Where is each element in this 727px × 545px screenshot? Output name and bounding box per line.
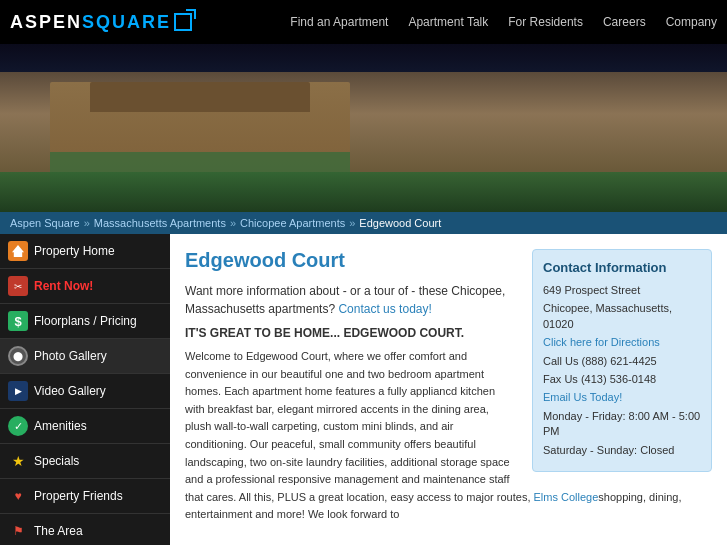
contact-directions: Click here for Directions <box>543 335 701 350</box>
sidebar-item-floorplans[interactable]: $ Floorplans / Pricing <box>0 304 170 339</box>
contact-city: Chicopee, Massachusetts, 01020 <box>543 301 701 332</box>
nav-for-residents[interactable]: For Residents <box>508 15 583 29</box>
sidebar-item-rent-now[interactable]: ✂ Rent Now! <box>0 269 170 304</box>
sidebar-label-specials: Specials <box>34 454 79 468</box>
specials-icon: ★ <box>8 451 28 471</box>
sidebar-label-floorplans: Floorplans / Pricing <box>34 314 137 328</box>
sidebar-label-photo-gallery: Photo Gallery <box>34 349 107 363</box>
contact-hours-weekday: Monday - Friday: 8:00 AM - 5:00 PM <box>543 409 701 440</box>
home-icon <box>8 241 28 261</box>
hero-building <box>0 72 727 212</box>
floor-icon: $ <box>8 311 28 331</box>
sidebar: Property Home ✂ Rent Now! $ Floorplans /… <box>0 234 170 545</box>
sidebar-item-photo-gallery[interactable]: ⬤ Photo Gallery <box>0 339 170 374</box>
main-layout: Property Home ✂ Rent Now! $ Floorplans /… <box>0 234 727 545</box>
sidebar-label-amenities: Amenities <box>34 419 87 433</box>
logo-aspen: ASPEN <box>10 12 82 33</box>
area-icon: ⚑ <box>8 521 28 541</box>
sidebar-item-amenities[interactable]: ✓ Amenities <box>0 409 170 444</box>
friends-icon: ♥ <box>8 486 28 506</box>
header: ASPENSQUARE Find an Apartment Apartment … <box>0 0 727 44</box>
content-area: Contact Information 649 Prospect Street … <box>170 234 727 545</box>
sidebar-label-the-area: The Area <box>34 524 83 538</box>
logo: ASPENSQUARE <box>10 12 192 33</box>
logo-square: SQUARE <box>82 12 171 33</box>
contact-us-link[interactable]: Contact us today! <box>338 302 431 316</box>
amenities-icon: ✓ <box>8 416 28 436</box>
sidebar-label-video-gallery: Video Gallery <box>34 384 106 398</box>
breadcrumb-sep-3: » <box>349 217 355 229</box>
elms-college-link[interactable]: Elms College <box>534 491 599 503</box>
sidebar-label-rent-now: Rent Now! <box>34 279 93 293</box>
breadcrumb-sep-2: » <box>230 217 236 229</box>
breadcrumb: Aspen Square » Massachusetts Apartments … <box>0 212 727 234</box>
contact-address: 649 Prospect Street <box>543 283 701 298</box>
breadcrumb-chicopee[interactable]: Chicopee Apartments <box>240 217 345 229</box>
rent-icon: ✂ <box>8 276 28 296</box>
sidebar-label-property-home: Property Home <box>34 244 115 258</box>
contact-fax: Fax Us (413) 536-0148 <box>543 372 701 387</box>
video-icon: ▶ <box>8 381 28 401</box>
nav-find-apartment[interactable]: Find an Apartment <box>290 15 388 29</box>
logo-icon <box>174 13 192 31</box>
contact-title: Contact Information <box>543 260 701 275</box>
breadcrumb-aspen-square[interactable]: Aspen Square <box>10 217 80 229</box>
sidebar-item-property-home[interactable]: Property Home <box>0 234 170 269</box>
sidebar-item-specials[interactable]: ★ Specials <box>0 444 170 479</box>
contact-call: Call Us (888) 621-4425 <box>543 354 701 369</box>
breadcrumb-sep-1: » <box>84 217 90 229</box>
sidebar-item-property-friends[interactable]: ♥ Property Friends <box>0 479 170 514</box>
nav-company[interactable]: Company <box>666 15 717 29</box>
sidebar-item-the-area[interactable]: ⚑ The Area <box>0 514 170 545</box>
hero-image <box>0 44 727 212</box>
breadcrumb-current: Edgewood Court <box>359 217 441 229</box>
email-link[interactable]: Email Us Today! <box>543 391 622 403</box>
sidebar-item-video-gallery[interactable]: ▶ Video Gallery <box>0 374 170 409</box>
contact-email: Email Us Today! <box>543 390 701 405</box>
nav-apartment-talk[interactable]: Apartment Talk <box>408 15 488 29</box>
contact-box: Contact Information 649 Prospect Street … <box>532 249 712 472</box>
directions-link[interactable]: Click here for Directions <box>543 336 660 348</box>
breadcrumb-ma-apartments[interactable]: Massachusetts Apartments <box>94 217 226 229</box>
sidebar-label-property-friends: Property Friends <box>34 489 123 503</box>
main-nav: Find an Apartment Apartment Talk For Res… <box>290 15 717 29</box>
photo-icon: ⬤ <box>8 346 28 366</box>
nav-careers[interactable]: Careers <box>603 15 646 29</box>
contact-hours-weekend: Saturday - Sunday: Closed <box>543 443 701 458</box>
